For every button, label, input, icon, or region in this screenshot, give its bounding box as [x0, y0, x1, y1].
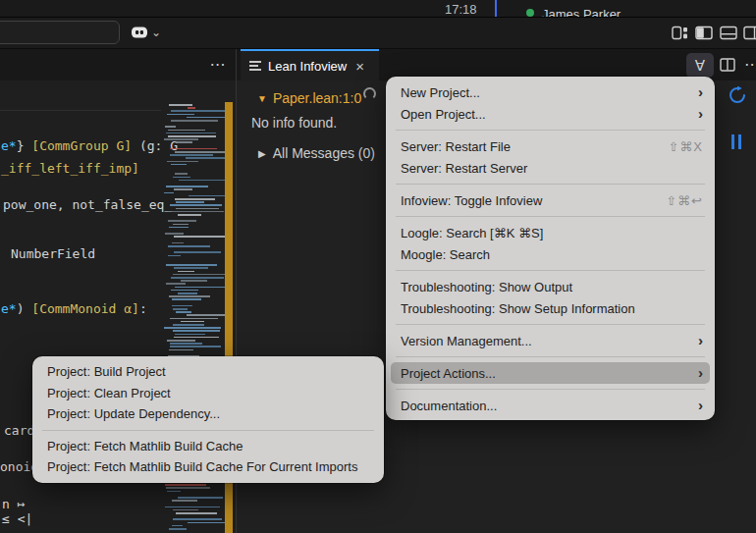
- submenu-item-fetch-mathlib-cache-current[interactable]: Project: Fetch Mathlib Build Cache For C…: [32, 456, 384, 478]
- submenu-item-fetch-mathlib-cache[interactable]: Project: Fetch Mathlib Build Cache: [32, 436, 384, 457]
- all-messages-toggle[interactable]: ▶All Messages (0): [258, 145, 375, 161]
- menu-item-server-restart-server[interactable]: Server: Restart Server: [386, 157, 715, 179]
- expanded-arrow-icon: ▼: [257, 93, 267, 104]
- lean-extension-menu: New Project...› Open Project...› Server:…: [386, 77, 715, 420]
- code-line: e*} [CommGroup G] (g: G: [1, 138, 178, 153]
- toggle-panel-button[interactable]: [719, 24, 738, 41]
- code-line: NumberField: [11, 246, 95, 261]
- customize-layout-button[interactable]: [670, 24, 689, 41]
- submenu-chevron-icon: ›: [698, 109, 703, 119]
- submenu-chevron-icon: ›: [698, 87, 703, 97]
- menu-item-documentation[interactable]: Documentation...›: [386, 395, 715, 416]
- clock-text: 17:18: [445, 2, 477, 17]
- refresh-icon[interactable]: [729, 86, 746, 104]
- code-line: e*) [CommMonoid α]:: [1, 301, 147, 316]
- code-line: n ↦: [2, 497, 25, 511]
- window-edge-line: [495, 0, 497, 17]
- menu-separator: [42, 430, 374, 431]
- menu-item-loogle-search[interactable]: Loogle: Search [⌘K ⌘S]: [386, 222, 715, 243]
- menu-separator: [396, 184, 705, 185]
- menu-item-version-management[interactable]: Version Management...›: [386, 330, 715, 351]
- copilot-icon: [130, 25, 149, 40]
- menu-separator: [396, 130, 705, 131]
- menu-separator: [396, 216, 705, 217]
- divider: [0, 110, 161, 111]
- tab-lean-infoview[interactable]: Lean Infoview ×: [241, 49, 379, 80]
- infoview-tab-icon: [249, 61, 261, 71]
- code-line: pow_one, not_false_eq_: [3, 197, 172, 212]
- project-actions-submenu: Project: Build Project Project: Clean Pr…: [32, 356, 384, 483]
- code-line: _iff_left_iff_imp]: [1, 161, 139, 176]
- menu-separator: [396, 270, 705, 271]
- vscode-window: 17:18 James Parker ⌄: [0, 0, 756, 533]
- menu-separator: [396, 389, 705, 390]
- toggle-secondary-sidebar-button[interactable]: [742, 24, 756, 41]
- menu-item-infoview-toggle[interactable]: Infoview: Toggle Infoview⇧⌘↩: [386, 189, 715, 211]
- submenu-chevron-icon: ›: [698, 368, 703, 378]
- submenu-chevron-icon: ›: [698, 336, 703, 346]
- infoview-more-actions-button[interactable]: ⋯: [744, 50, 756, 78]
- menu-item-open-project[interactable]: Open Project...›: [386, 103, 715, 125]
- close-icon[interactable]: ×: [355, 58, 364, 75]
- collapsed-arrow-icon: ▶: [258, 148, 266, 159]
- left-editor-more-actions-button[interactable]: ⋯: [205, 50, 231, 78]
- menu-separator: [396, 356, 705, 357]
- code-line: ≤ <|: [2, 511, 32, 526]
- toggle-primary-sidebar-button[interactable]: [694, 24, 714, 41]
- presence-dot: [526, 9, 534, 17]
- lean-extension-menu-button[interactable]: ∀: [686, 53, 714, 78]
- pause-icon[interactable]: [731, 134, 742, 149]
- split-editor-icon[interactable]: [720, 58, 735, 72]
- menu-item-new-project[interactable]: New Project...›: [386, 81, 715, 103]
- tab-label: Lean Infoview: [268, 59, 347, 74]
- code-line: card: [4, 423, 34, 438]
- submenu-item-update-dependency[interactable]: Project: Update Dependency...: [32, 403, 384, 425]
- user-name-text: James Parker: [542, 7, 621, 17]
- chevron-down-icon: ⌄: [151, 27, 161, 37]
- menu-item-server-restart-file[interactable]: Server: Restart File⇧⌘X: [386, 135, 715, 157]
- keyboard-shortcut: ⇧⌘↩: [666, 193, 703, 208]
- loading-spinner-icon: [363, 87, 376, 100]
- menu-item-moogle-search[interactable]: Moogle: Search: [386, 243, 715, 265]
- background-window-strip: 17:18 James Parker: [0, 0, 756, 17]
- keyboard-shortcut: ⇧⌘X: [668, 139, 703, 154]
- menu-item-troubleshooting-show-output[interactable]: Troubleshooting: Show Output: [386, 276, 715, 297]
- menu-item-project-actions[interactable]: Project Actions...›: [391, 362, 710, 384]
- no-info-text: No info found.: [251, 115, 337, 131]
- command-center-input[interactable]: [0, 21, 120, 44]
- submenu-item-clean-project[interactable]: Project: Clean Project: [32, 383, 384, 404]
- menu-item-troubleshooting-show-setup[interactable]: Troubleshooting: Show Setup Information: [386, 297, 715, 319]
- copilot-button[interactable]: ⌄: [130, 22, 171, 43]
- submenu-chevron-icon: ›: [698, 400, 703, 410]
- menu-separator: [396, 324, 705, 325]
- title-bar: ⌄: [0, 18, 756, 48]
- submenu-item-build-project[interactable]: Project: Build Project: [32, 361, 384, 383]
- infoview-file-header[interactable]: ▼Paper.lean:1:0: [257, 90, 361, 106]
